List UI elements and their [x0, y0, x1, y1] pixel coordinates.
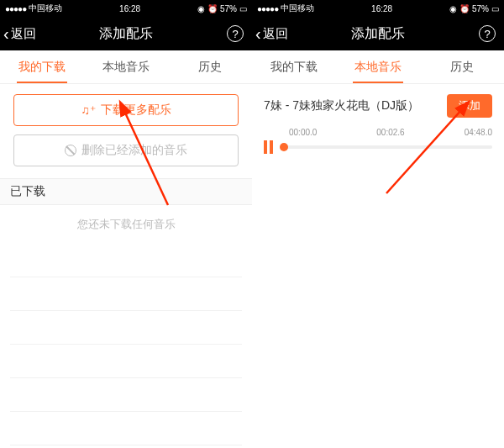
- status-time: 16:28: [119, 4, 140, 13]
- help-button[interactable]: ?: [227, 25, 244, 42]
- tab-local-music[interactable]: 本地音乐: [336, 50, 420, 83]
- time-start: 00:00.0: [289, 128, 317, 137]
- page-title: 添加配乐: [351, 25, 405, 43]
- download-more-label: 下载更多配乐: [101, 103, 171, 118]
- tab-history[interactable]: 历史: [420, 50, 504, 83]
- music-note-icon: ♫⁺: [81, 103, 96, 117]
- add-button[interactable]: 添加: [447, 94, 492, 118]
- pause-icon: [264, 140, 267, 154]
- carrier-label: 中国移动: [29, 3, 62, 14]
- downloaded-section-header: 已下载: [0, 178, 252, 205]
- progress-track[interactable]: [281, 145, 492, 149]
- status-bar: ●●●●● 中国移动 16:28 ◉ ⏰ 57% ▭: [252, 0, 504, 17]
- list-item: [10, 412, 242, 445]
- audio-player: 00:00.0 00:02.6 04:48.0: [252, 124, 504, 162]
- nav-bar: ‹ 返回 添加配乐 ?: [0, 17, 252, 50]
- tab-local-music[interactable]: 本地音乐: [84, 50, 168, 83]
- battery-pct: 57%: [220, 4, 237, 13]
- tab-my-downloads[interactable]: 我的下载: [252, 50, 336, 83]
- tab-my-downloads[interactable]: 我的下载: [0, 50, 84, 83]
- help-icon: ?: [232, 28, 238, 40]
- tabs: 我的下载 本地音乐 历史: [252, 50, 504, 84]
- list-item: [10, 311, 242, 345]
- chevron-left-icon: ‹: [255, 25, 261, 42]
- carrier-label: 中国移动: [281, 3, 314, 14]
- list-item: [10, 277, 242, 311]
- tab-history[interactable]: 历史: [168, 50, 252, 83]
- phone-left: ●●●●● 中国移动 16:28 ◉ ⏰ 57% ▭ ‹ 返回 添加配乐 ? 我…: [0, 0, 252, 448]
- pause-icon: [270, 140, 273, 154]
- delete-added-button[interactable]: 删除已经添加的音乐: [13, 134, 239, 166]
- time-current: 00:02.6: [376, 128, 404, 137]
- song-title: 7妹 - 7妹独家火花电（DJ版）: [264, 98, 419, 113]
- help-button[interactable]: ?: [479, 25, 496, 42]
- battery-icon: ▭: [239, 4, 247, 13]
- delete-added-label: 删除已经添加的音乐: [81, 143, 187, 158]
- time-end: 04:48.0: [465, 128, 492, 137]
- nav-bar: ‹ 返回 添加配乐 ?: [252, 17, 504, 50]
- pause-button[interactable]: [264, 140, 273, 154]
- help-icon: ?: [484, 28, 490, 40]
- back-button[interactable]: ‹ 返回: [252, 25, 288, 42]
- alarm-icon: ⏰: [459, 4, 470, 13]
- list-item: [10, 378, 242, 412]
- alarm-icon: ⏰: [207, 4, 218, 13]
- time-row: 00:00.0 00:02.6 04:48.0: [264, 128, 492, 140]
- content-right: 7妹 - 7妹独家火花电（DJ版） 添加 00:00.0 00:02.6 04:…: [252, 84, 504, 448]
- signal-dots-icon: ●●●●●: [5, 4, 26, 13]
- status-time: 16:28: [371, 4, 392, 13]
- chevron-left-icon: ‹: [3, 25, 9, 42]
- list-item: [10, 345, 242, 378]
- tabs: 我的下载 本地音乐 历史: [0, 50, 252, 84]
- status-bar: ●●●●● 中国移动 16:28 ◉ ⏰ 57% ▭: [0, 0, 252, 17]
- back-label: 返回: [263, 26, 288, 42]
- empty-state-text: 您还未下载任何音乐: [0, 205, 252, 244]
- page-title: 添加配乐: [99, 25, 153, 43]
- list-item: [10, 244, 242, 277]
- no-entry-icon: [65, 145, 76, 156]
- compass-icon: ◉: [449, 4, 457, 13]
- back-button[interactable]: ‹ 返回: [0, 25, 36, 42]
- song-row: 7妹 - 7妹独家火花电（DJ版） 添加: [252, 84, 504, 124]
- compass-icon: ◉: [197, 4, 205, 13]
- battery-pct: 57%: [472, 4, 489, 13]
- download-more-button[interactable]: ♫⁺ 下载更多配乐: [13, 94, 239, 126]
- signal-dots-icon: ●●●●●: [257, 4, 278, 13]
- battery-icon: ▭: [491, 4, 499, 13]
- back-label: 返回: [11, 26, 36, 42]
- progress-thumb[interactable]: [280, 143, 288, 151]
- content-left: ♫⁺ 下载更多配乐 删除已经添加的音乐 已下载 您还未下载任何音乐: [0, 84, 252, 448]
- phone-right: ●●●●● 中国移动 16:28 ◉ ⏰ 57% ▭ ‹ 返回 添加配乐 ? 我…: [252, 0, 504, 448]
